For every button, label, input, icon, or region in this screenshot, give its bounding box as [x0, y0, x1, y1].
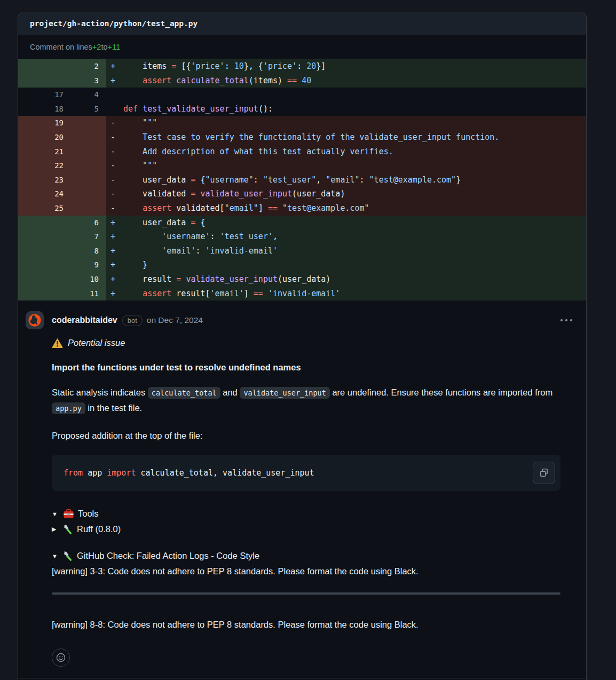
diff-marker: [106, 88, 123, 102]
new-line-number[interactable]: [69, 201, 106, 216]
diff-marker: +: [106, 74, 123, 88]
old-line-number[interactable]: 18: [18, 102, 69, 116]
section-tools[interactable]: ▼ Tools: [52, 506, 573, 521]
code-line: [123, 88, 586, 102]
diff-row: 23- user_data = {"username": "test_user"…: [18, 173, 586, 187]
inline-code: app.py: [52, 402, 85, 414]
code-line: assert result['email'] == 'invalid-email…: [123, 287, 586, 301]
old-line-number[interactable]: [18, 216, 69, 230]
warning-message-1: [warning] 3-3: Code does not adhere to P…: [52, 564, 573, 579]
code-line: Test case to verify the functionality of…: [123, 130, 586, 145]
section-github-check-label: GitHub Check: Failed Action Logs - Code …: [77, 551, 259, 561]
chevron-down-icon: ▼: [52, 553, 59, 559]
range-end: +11: [108, 43, 121, 51]
old-line-number[interactable]: 19: [18, 116, 69, 130]
inline-code: calculate_total: [148, 387, 220, 399]
review-comment: coderabbitaidev bot on Dec 7, 2024 Poten…: [18, 301, 586, 680]
new-line-number[interactable]: [69, 145, 106, 159]
code-line: 'email': 'invalid-email': [123, 244, 586, 258]
diff-row: 6+ user_data = {: [18, 216, 586, 230]
add-reaction-button[interactable]: [52, 649, 70, 667]
avatar[interactable]: [26, 311, 44, 329]
new-line-number[interactable]: 7: [69, 230, 106, 244]
diff-marker: +: [106, 230, 123, 244]
file-path: project/gh-action/python/test_app.py: [30, 19, 198, 28]
diff-marker: -: [106, 116, 123, 130]
diff-marker: -: [106, 159, 123, 173]
old-line-number[interactable]: 22: [18, 159, 69, 173]
diff-row: 11+ assert result['email'] == 'invalid-e…: [18, 287, 586, 301]
new-line-number[interactable]: 2: [69, 59, 106, 74]
diff-row: 185def test_validate_user_input():: [18, 102, 586, 116]
new-line-number[interactable]: [69, 187, 106, 201]
diff-table: 2+ items = [{'price': 10}, {'price': 20}…: [18, 59, 586, 301]
code-line: user_data = {: [123, 216, 586, 230]
old-line-number[interactable]: [18, 59, 69, 74]
new-line-number[interactable]: 8: [69, 244, 106, 258]
diff-row: 22- """: [18, 159, 586, 173]
smiley-icon: [56, 653, 66, 662]
new-line-number[interactable]: 6: [69, 216, 106, 230]
new-line-number[interactable]: [69, 159, 106, 173]
old-line-number[interactable]: [18, 230, 69, 244]
old-line-number[interactable]: [18, 74, 69, 88]
code-line: validated = validate_user_input(user_dat…: [123, 187, 586, 201]
old-line-number[interactable]: [18, 258, 69, 272]
diff-row: 25- assert validated["email"] == "test@e…: [18, 201, 586, 216]
old-line-number[interactable]: [18, 272, 69, 287]
comment-heading: Import the functions under test to resol…: [52, 362, 573, 373]
bot-badge: bot: [122, 315, 143, 326]
diff-row: 8+ 'email': 'invalid-email': [18, 244, 586, 258]
old-line-number[interactable]: 25: [18, 201, 69, 216]
old-line-number[interactable]: 21: [18, 145, 69, 159]
diff-row: 20- Test case to verify the functionalit…: [18, 130, 586, 145]
screwdriver-icon: [64, 524, 73, 534]
old-line-number[interactable]: 23: [18, 173, 69, 187]
code-line: """: [123, 116, 586, 130]
diff-row: 10+ result = validate_user_input(user_da…: [18, 272, 586, 287]
code-line: result = validate_user_input(user_data): [123, 272, 586, 287]
copy-button[interactable]: [533, 462, 555, 484]
paragraph-text: Static analysis indicates: [52, 388, 148, 397]
code-line: 'username': 'test_user',: [123, 230, 586, 244]
diff-marker: -: [106, 187, 123, 201]
diff-row: 9+ }: [18, 258, 586, 272]
new-line-number[interactable]: [69, 130, 106, 145]
comment-header: coderabbitaidev bot on Dec 7, 2024: [26, 311, 573, 329]
code-line: }: [123, 258, 586, 272]
comment-date[interactable]: on Dec 7, 2024: [147, 315, 203, 325]
new-line-number[interactable]: 4: [69, 88, 106, 102]
new-line-number[interactable]: 3: [69, 74, 106, 88]
diff-row: 19- """: [18, 116, 586, 130]
page: project/gh-action/python/test_app.py Com…: [0, 0, 616, 680]
code-line: Add description of what this test actual…: [123, 145, 586, 159]
diff-marker: -: [106, 173, 123, 187]
old-line-number[interactable]: 20: [18, 130, 69, 145]
old-line-number[interactable]: 17: [18, 88, 69, 102]
code-line: user_data = {"username": "test_user", "e…: [123, 173, 586, 187]
section-gap: [52, 537, 573, 548]
old-line-number[interactable]: 24: [18, 187, 69, 201]
code-line: """: [123, 159, 586, 173]
kebab-menu-icon[interactable]: [559, 316, 573, 325]
old-line-number[interactable]: [18, 244, 69, 258]
new-line-number[interactable]: 10: [69, 272, 106, 287]
new-line-number[interactable]: [69, 116, 106, 130]
author-name[interactable]: coderabbitaidev: [52, 315, 117, 325]
new-line-number[interactable]: [69, 173, 106, 187]
section-github-check[interactable]: ▼ GitHub Check: Failed Action Logs - Cod…: [52, 548, 573, 564]
new-line-number[interactable]: 11: [69, 287, 106, 301]
new-line-number[interactable]: 5: [69, 102, 106, 116]
comment-body: Import the functions under test to resol…: [52, 362, 573, 680]
diff-marker: -: [106, 130, 123, 145]
diff-row: 24- validated = validate_user_input(user…: [18, 187, 586, 201]
section-ruff[interactable]: ▶ Ruff (0.8.0): [52, 521, 573, 537]
coderabbit-logo-icon: [26, 311, 44, 329]
diff-marker: -: [106, 201, 123, 216]
old-line-number[interactable]: [18, 287, 69, 301]
file-header: project/gh-action/python/test_app.py: [18, 12, 586, 35]
diff-row: 3+ assert calculate_total(items) == 40: [18, 74, 586, 88]
range-prefix: Comment on lines: [30, 43, 92, 51]
new-line-number[interactable]: 9: [69, 258, 106, 272]
warning-icon: [52, 338, 63, 348]
